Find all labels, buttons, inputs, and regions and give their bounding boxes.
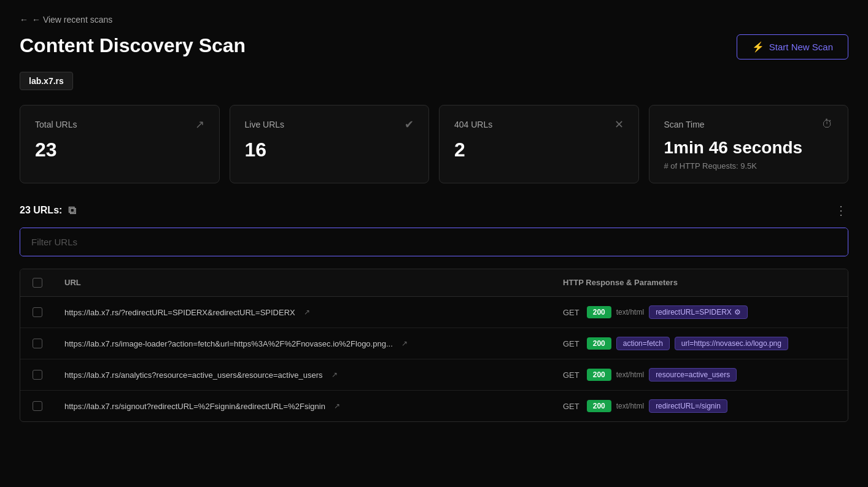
stat-value-scan-time: 1min 46 seconds — [664, 138, 834, 158]
method-tag-4: GET — [563, 402, 579, 411]
stat-value-404-urls: 2 — [454, 139, 624, 161]
method-tag-3: GET — [563, 370, 579, 380]
row-checkbox-4[interactable] — [33, 401, 42, 411]
url-text-4: https://lab.x7.rs/signout?redirectURL=%2… — [64, 402, 325, 411]
check-circle-icon: ✔ — [405, 118, 414, 131]
stat-card-scan-time: Scan Time ⏱ 1min 46 seconds # of HTTP Re… — [649, 105, 849, 183]
stat-label-scan-time: Scan Time — [664, 120, 705, 129]
status-badge-4: 200 — [587, 400, 611, 412]
urls-table: URL HTTP Response & Parameters https://l… — [20, 269, 848, 422]
method-tag-2: GET — [563, 339, 579, 348]
filter-input[interactable] — [20, 228, 848, 256]
status-badge-3: 200 — [587, 369, 611, 381]
stat-label-404-urls: 404 URLs — [454, 120, 492, 129]
url-text-2: https://lab.x7.rs/image-loader?action=fe… — [64, 339, 393, 348]
copy-icon[interactable]: ⧉ — [68, 204, 76, 217]
col-url: URL — [55, 269, 553, 296]
back-link[interactable]: ← ← View recent scans — [20, 15, 848, 25]
param-badge-4[interactable]: redirectURL=/signin — [649, 399, 727, 413]
back-arrow-icon: ← — [20, 15, 28, 25]
content-type-3: text/html — [616, 370, 644, 379]
table-row: https://lab.x7.rs/image-loader?action=fe… — [20, 328, 848, 359]
filter-input-container — [20, 228, 848, 256]
stat-value-live-urls: 16 — [245, 139, 414, 161]
method-tag-1: GET — [563, 308, 579, 317]
stat-sub-scan-time: # of HTTP Requests: 9.5K — [664, 161, 834, 171]
header-checkbox[interactable] — [33, 278, 42, 288]
start-scan-button[interactable]: ⚡ Start New Scan — [737, 34, 848, 59]
lightning-icon: ⚡ — [752, 41, 764, 53]
external-link-icon-2[interactable]: ↗ — [401, 339, 408, 348]
stat-label-total-urls: Total URLs — [35, 120, 77, 129]
row-checkbox-2[interactable] — [33, 339, 42, 348]
table-header: URL HTTP Response & Parameters — [20, 269, 848, 297]
content-type-4: text/html — [616, 402, 644, 410]
status-badge-2: 200 — [587, 337, 611, 350]
table-row: https://lab.x7.rs/?redirectURL=SPIDERX&r… — [20, 297, 848, 328]
table-row: https://lab.x7.rs/signout?redirectURL=%2… — [20, 391, 848, 421]
table-row: https://lab.x7.rs/analytics?resource=act… — [20, 359, 848, 391]
row-checkbox-1[interactable] — [33, 307, 42, 317]
param-badge-3[interactable]: resource=active_users — [649, 368, 737, 382]
more-options-icon[interactable]: ⋮ — [835, 203, 848, 218]
external-link-icon-3[interactable]: ↗ — [331, 370, 338, 379]
urls-count: 23 URLs: ⧉ — [20, 204, 76, 217]
url-text-1: https://lab.x7.rs/?redirectURL=SPIDERX&r… — [64, 308, 295, 317]
stat-value-total-urls: 23 — [35, 139, 204, 161]
domain-badge: lab.x7.rs — [20, 72, 73, 90]
param-badge-2a[interactable]: action=fetch — [616, 337, 670, 350]
clock-icon: ⏱ — [822, 118, 833, 131]
external-link-icon: ↗ — [195, 118, 204, 131]
url-text-3: https://lab.x7.rs/analytics?resource=act… — [64, 370, 323, 380]
stats-grid: Total URLs ↗ 23 Live URLs ✔ 16 404 URLs … — [20, 105, 848, 183]
stat-card-404-urls: 404 URLs ✕ 2 — [439, 105, 639, 183]
external-link-icon-1[interactable]: ↗ — [304, 308, 310, 316]
gear-icon-1: ⚙ — [734, 308, 741, 316]
content-type-1: text/html — [616, 308, 644, 316]
stat-label-live-urls: Live URLs — [245, 120, 285, 129]
stat-card-live-urls: Live URLs ✔ 16 — [230, 105, 430, 183]
back-label: ← View recent scans — [32, 15, 112, 25]
stat-card-total-urls: Total URLs ↗ 23 — [20, 105, 220, 183]
param-badge-1[interactable]: redirectURL=SPIDERX ⚙ — [649, 305, 748, 319]
param-badge-2b[interactable]: url=https://novasec.io/logo.png — [675, 337, 788, 350]
external-link-icon-4[interactable]: ↗ — [334, 402, 340, 410]
col-response: HTTP Response & Parameters — [553, 269, 848, 296]
row-checkbox-3[interactable] — [33, 370, 42, 380]
page-title: Content Discovery Scan — [20, 34, 246, 57]
status-badge-1: 200 — [587, 306, 611, 318]
x-circle-icon: ✕ — [614, 118, 624, 131]
start-scan-label: Start New Scan — [769, 42, 833, 52]
